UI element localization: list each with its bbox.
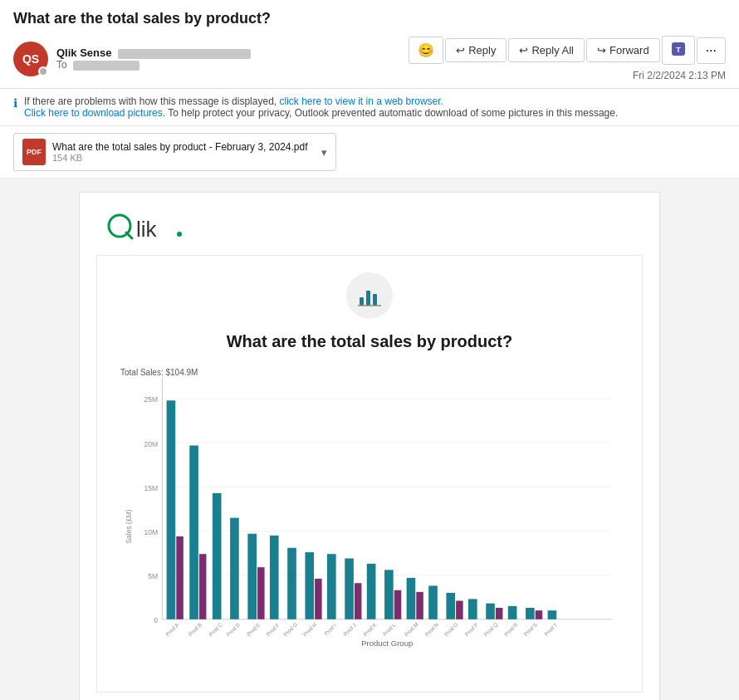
teams-icon: T bbox=[671, 42, 686, 56]
chart-icon-area bbox=[114, 272, 625, 319]
svg-rect-39 bbox=[287, 548, 296, 619]
reply-all-arrow-icon: ↩ bbox=[519, 44, 528, 56]
svg-rect-59 bbox=[446, 593, 455, 619]
svg-rect-35 bbox=[257, 567, 265, 619]
svg-text:Prod G: Prod G bbox=[282, 621, 298, 637]
avatar-status bbox=[38, 66, 48, 76]
attachment-bar: PDF What are the total sales by product … bbox=[0, 126, 739, 179]
svg-rect-69 bbox=[526, 608, 535, 619]
svg-text:Prod I: Prod I bbox=[323, 622, 337, 636]
svg-rect-34 bbox=[247, 534, 257, 619]
avatar: QS bbox=[13, 42, 48, 76]
sender-email-redacted bbox=[118, 49, 251, 59]
svg-text:20M: 20M bbox=[144, 440, 158, 448]
svg-text:Prod R: Prod R bbox=[503, 621, 519, 637]
svg-rect-24 bbox=[167, 400, 176, 619]
subject-line: What are the total sales by product? bbox=[13, 10, 726, 27]
svg-text:0: 0 bbox=[154, 616, 158, 624]
chart-title: What are the total sales by product? bbox=[114, 332, 625, 351]
svg-text:Prod T: Prod T bbox=[543, 622, 558, 637]
svg-text:10M: 10M bbox=[144, 528, 158, 536]
sender-left: QS Qlik Sense To bbox=[13, 42, 251, 76]
svg-text:Prod H: Prod H bbox=[302, 621, 318, 637]
bar-chart-svg: 0 5M 10M 15M 20M 25M Sales (£M) Prod A bbox=[114, 368, 625, 650]
email-content: lik bbox=[79, 192, 660, 700]
svg-rect-52 bbox=[394, 590, 402, 619]
attachment-size: 154 KB bbox=[52, 153, 308, 163]
svg-rect-57 bbox=[428, 585, 438, 619]
svg-rect-32 bbox=[230, 518, 239, 619]
svg-text:25M: 25M bbox=[144, 395, 158, 404]
qlik-logo-area: lik bbox=[80, 193, 659, 255]
svg-text:Prod D: Prod D bbox=[225, 621, 241, 637]
svg-rect-27 bbox=[189, 446, 198, 619]
svg-text:Product Group: Product Group bbox=[361, 639, 413, 648]
teams-button[interactable]: T bbox=[662, 36, 695, 65]
svg-rect-67 bbox=[508, 606, 517, 619]
download-pictures-link[interactable]: Click here to download pictures. bbox=[24, 107, 165, 119]
svg-text:Prod C: Prod C bbox=[208, 621, 223, 637]
svg-rect-41 bbox=[305, 552, 314, 619]
recipient-redacted bbox=[73, 61, 139, 71]
pdf-icon: PDF bbox=[22, 139, 46, 165]
svg-rect-6 bbox=[360, 297, 364, 306]
svg-text:Prod A: Prod A bbox=[164, 621, 180, 637]
emoji-button[interactable]: 😊 bbox=[409, 37, 443, 64]
reply-arrow-icon: ↩ bbox=[456, 44, 465, 56]
svg-text:Prod O: Prod O bbox=[443, 621, 459, 637]
svg-rect-49 bbox=[367, 564, 376, 619]
svg-line-3 bbox=[126, 233, 132, 238]
svg-rect-47 bbox=[355, 583, 362, 619]
svg-rect-44 bbox=[327, 554, 336, 619]
svg-text:Prod S: Prod S bbox=[522, 622, 538, 638]
svg-text:Prod J: Prod J bbox=[342, 622, 357, 637]
qlik-logo-svg: lik bbox=[105, 209, 204, 247]
svg-text:Prod B: Prod B bbox=[188, 622, 203, 638]
svg-text:Prod K: Prod K bbox=[362, 621, 378, 637]
svg-rect-37 bbox=[270, 536, 279, 619]
svg-rect-62 bbox=[468, 599, 477, 619]
sender-name: Qlik Sense bbox=[56, 47, 251, 59]
chart-total-label: Total Sales: $104.9M bbox=[120, 368, 198, 377]
svg-rect-30 bbox=[213, 493, 222, 619]
chevron-down-icon: ▾ bbox=[321, 146, 327, 159]
svg-rect-65 bbox=[496, 608, 503, 619]
reply-all-button[interactable]: ↩ Reply All bbox=[508, 38, 585, 62]
svg-text:15M: 15M bbox=[144, 484, 158, 492]
info-text: If there are problems with how this mess… bbox=[24, 95, 618, 119]
svg-text:lik: lik bbox=[136, 217, 158, 242]
more-options-button[interactable]: ··· bbox=[697, 37, 726, 64]
svg-rect-42 bbox=[315, 579, 322, 619]
svg-rect-70 bbox=[536, 610, 543, 619]
email-body: lik bbox=[0, 179, 739, 700]
email-datetime: Fri 2/2/2024 2:13 PM bbox=[633, 70, 726, 81]
svg-rect-72 bbox=[548, 610, 557, 619]
chart-icon-circle bbox=[346, 272, 393, 319]
svg-text:Prod F: Prod F bbox=[265, 622, 281, 638]
bar-chart-icon bbox=[356, 282, 383, 309]
svg-text:Prod N: Prod N bbox=[423, 621, 439, 637]
svg-text:Prod M: Prod M bbox=[404, 621, 419, 637]
forward-button[interactable]: ↪ Forward bbox=[586, 38, 660, 62]
svg-rect-25 bbox=[176, 536, 184, 619]
svg-rect-55 bbox=[416, 592, 423, 619]
svg-text:Prod P: Prod P bbox=[463, 622, 479, 638]
svg-point-5 bbox=[177, 232, 182, 237]
svg-rect-60 bbox=[456, 601, 463, 619]
svg-rect-54 bbox=[407, 578, 416, 619]
svg-text:Prod E: Prod E bbox=[246, 622, 262, 638]
action-buttons: 😊 ↩ Reply ↩ Reply All ↪ Forward bbox=[409, 36, 726, 65]
info-icon: ℹ bbox=[13, 96, 17, 110]
svg-text:Prod L: Prod L bbox=[382, 621, 398, 637]
forward-arrow-icon: ↪ bbox=[597, 44, 606, 56]
attachment[interactable]: PDF What are the total sales by product … bbox=[13, 133, 336, 171]
chart-card: What are the total sales by product? Tot… bbox=[96, 255, 643, 693]
qlik-logo: lik bbox=[105, 209, 634, 247]
chart-area: Total Sales: $104.9M 0 bbox=[114, 368, 625, 675]
recipient-line: To bbox=[56, 59, 251, 71]
info-bar: ℹ If there are problems with how this me… bbox=[0, 89, 739, 126]
sender-row: QS Qlik Sense To 😊 bbox=[13, 36, 726, 81]
reply-button[interactable]: ↩ Reply bbox=[445, 38, 507, 62]
view-in-browser-link[interactable]: click here to view it in a web browser. bbox=[280, 95, 443, 107]
svg-text:Prod Q: Prod Q bbox=[482, 621, 499, 638]
